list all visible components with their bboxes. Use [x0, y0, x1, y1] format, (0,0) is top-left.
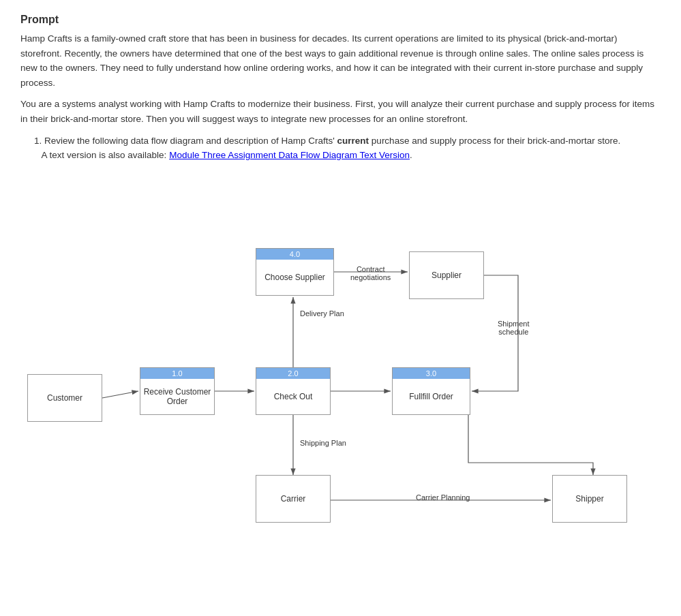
- fulfill-order-process: 3.0 Fullfill Order: [392, 367, 470, 415]
- receive-order-process: 1.0 Receive CustomerOrder: [140, 367, 215, 415]
- fulfill-order-header: 3.0: [393, 368, 470, 379]
- diagram-text-link[interactable]: Module Three Assignment Data Flow Diagra…: [169, 150, 410, 160]
- label-carrier-planning: Carrier Planning: [416, 493, 470, 502]
- svg-line-1: [102, 391, 138, 398]
- label-shipment: Shipmentschedule: [498, 320, 529, 336]
- choose-supplier-process: 4.0 Choose Supplier: [256, 248, 334, 296]
- receive-order-header: 1.0: [140, 368, 214, 379]
- numbered-text-pre: Review the following data flow diagram a…: [44, 136, 335, 146]
- numbered-section: 1. Review the following data flow diagra…: [34, 134, 661, 163]
- checkout-process: 2.0 Check Out: [256, 367, 331, 415]
- paragraph-2: You are a systems analyst working with H…: [20, 97, 661, 126]
- bold-word: current: [337, 136, 369, 146]
- period: .: [410, 150, 412, 160]
- label-shipping: Shipping Plan: [300, 439, 346, 447]
- fulfill-order-body: Fullfill Order: [393, 379, 470, 414]
- paragraph-1: Hamp Crafts is a family-owned craft stor…: [20, 31, 661, 90]
- checkout-body: Check Out: [256, 379, 330, 414]
- receive-order-body: Receive CustomerOrder: [140, 379, 214, 414]
- choose-supplier-header: 4.0: [256, 249, 333, 260]
- checkout-header: 2.0: [256, 368, 330, 379]
- supplier-entity: Supplier: [409, 251, 484, 299]
- label-delivery: Delivery Plan: [300, 309, 344, 318]
- customer-entity: Customer: [27, 374, 102, 422]
- label-contract: Contractnegotiations: [350, 265, 391, 281]
- page-heading: Prompt: [20, 14, 661, 26]
- numbered-text-post: purchase and supply process for their br…: [372, 136, 620, 146]
- carrier-entity: Carrier: [256, 475, 331, 523]
- choose-supplier-body: Choose Supplier: [256, 260, 333, 295]
- link-intro-text: A text version is also available:: [42, 150, 167, 160]
- diagram-area: Contractnegotiations Delivery Plan Shipp…: [20, 183, 675, 551]
- shipper-entity: Shipper: [552, 475, 627, 523]
